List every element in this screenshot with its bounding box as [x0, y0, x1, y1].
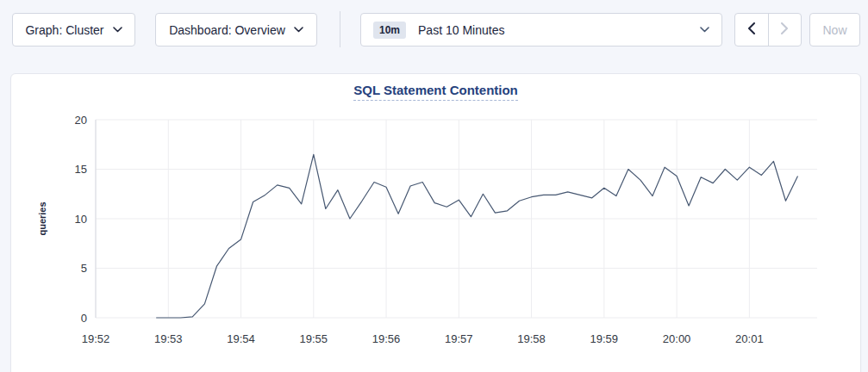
toolbar: Graph: Cluster Dashboard: Overview 10m P… [0, 0, 868, 60]
chevron-down-icon [294, 27, 303, 33]
time-window-dropdown[interactable]: 10m Past 10 Minutes [360, 13, 722, 46]
y-axis-label: queries [37, 202, 47, 235]
y-tick-label: 20 [75, 114, 87, 127]
x-tick-label: 20:00 [663, 332, 691, 345]
y-tick-label: 10 [75, 213, 87, 226]
chevron-left-icon [747, 22, 755, 38]
chart-card: SQL Statement Contention 19:5219:5319:54… [10, 73, 861, 372]
chevron-down-icon [113, 27, 122, 33]
x-tick-label: 19:54 [227, 332, 255, 345]
previous-time-range-button[interactable] [735, 14, 768, 46]
time-window-badge: 10m [373, 22, 406, 39]
toolbar-divider [340, 11, 340, 47]
chevron-right-icon [781, 22, 789, 38]
x-tick-label: 19:52 [82, 332, 110, 345]
x-tick-label: 19:56 [372, 332, 401, 345]
x-tick-label: 19:57 [445, 332, 473, 345]
y-tick-label: 0 [81, 312, 87, 325]
series-line [156, 154, 797, 318]
contention-chart[interactable]: 19:5219:5319:5419:5519:5619:5719:5819:59… [11, 74, 862, 372]
y-tick-label: 15 [75, 163, 87, 176]
page: { "toolbar": { "graph_selector": { "labe… [0, 0, 868, 372]
x-tick-label: 19:53 [154, 332, 183, 345]
time-window-label: Past 10 Minutes [418, 23, 504, 37]
next-time-range-button[interactable] [768, 14, 802, 46]
x-tick-label: 19:58 [517, 332, 546, 345]
graph-selector-label: Graph: Cluster [25, 23, 103, 37]
x-tick-label: 19:59 [590, 332, 619, 345]
chevron-down-icon [700, 27, 709, 33]
y-tick-label: 5 [81, 262, 87, 275]
x-tick-label: 20:01 [735, 332, 764, 345]
graph-selector-dropdown[interactable]: Graph: Cluster [12, 13, 135, 46]
dashboard-selector-label: Dashboard: Overview [169, 23, 285, 37]
dashboard-selector-dropdown[interactable]: Dashboard: Overview [155, 13, 317, 46]
time-range-arrows [734, 13, 802, 46]
x-tick-label: 19:55 [300, 332, 328, 345]
now-button[interactable]: Now [809, 13, 860, 46]
